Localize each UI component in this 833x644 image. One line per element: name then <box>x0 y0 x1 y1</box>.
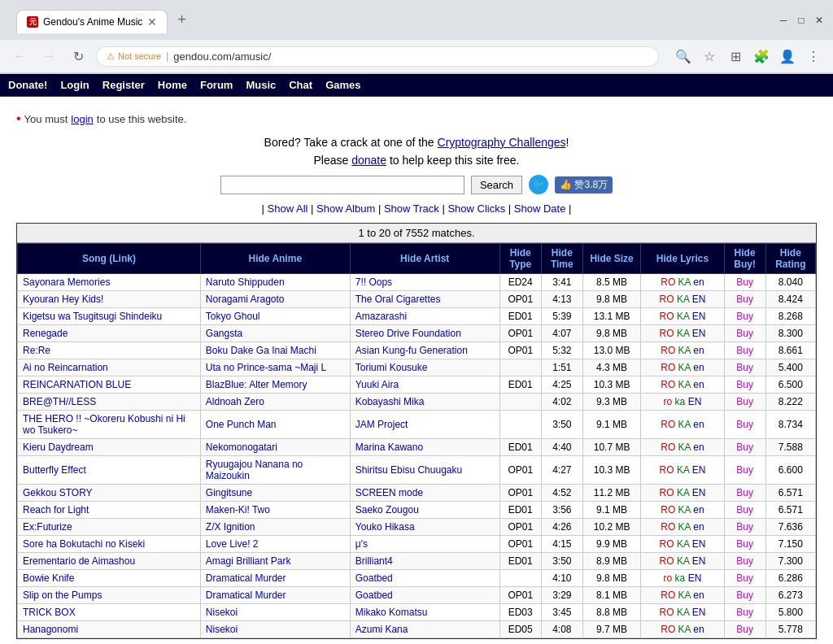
song-link[interactable]: Hanagonomi <box>23 624 78 635</box>
artist-link[interactable]: Azumi Kana <box>355 624 408 635</box>
lyric-ro-link[interactable]: RO <box>661 504 675 516</box>
artist-link[interactable]: Amazarashi <box>355 311 407 322</box>
song-link[interactable]: Butterfly Effect <box>23 464 86 476</box>
buy-link[interactable]: Buy <box>736 276 753 288</box>
lyric-ka-link[interactable]: KA <box>677 464 689 476</box>
sort-rating-link[interactable]: Hide Rating <box>775 247 805 270</box>
anime-link[interactable]: One Punch Man <box>206 419 277 430</box>
login-link[interactable]: login <box>71 113 93 125</box>
buy-link[interactable]: Buy <box>736 328 753 339</box>
anime-link[interactable]: Nisekoi <box>206 624 238 635</box>
song-link[interactable]: Slip on the Pumps <box>23 590 102 601</box>
lyric-en-link[interactable]: en <box>693 345 704 356</box>
anime-link[interactable]: Dramatical Murder <box>206 572 286 584</box>
anime-link[interactable]: Boku Dake Ga Inai Machi <box>206 345 316 356</box>
show-album-link[interactable]: Show Album <box>316 202 375 215</box>
nav-music[interactable]: Music <box>246 79 276 91</box>
anime-link[interactable]: BlazBlue: Alter Memory <box>206 379 307 390</box>
lyric-ro-link[interactable]: RO <box>660 464 674 476</box>
lyric-ro-link[interactable]: RO <box>661 379 675 390</box>
anime-link[interactable]: Gingitsune <box>206 487 252 498</box>
anime-link[interactable]: Maken-Ki! Two <box>206 504 270 516</box>
song-link[interactable]: THE HERO !! ~Okoreru Kobushi ni Hi wo Ts… <box>23 413 185 436</box>
song-link[interactable]: Ai no Reincarnation <box>23 362 108 373</box>
lyric-ro-link[interactable]: RO <box>661 521 675 533</box>
lyric-ka-link[interactable]: KA <box>677 555 689 567</box>
show-clicks-link[interactable]: Show Clicks <box>447 202 505 215</box>
lyric-en-link[interactable]: en <box>693 521 704 533</box>
sort-artist-link[interactable]: Hide Artist <box>400 253 449 264</box>
lyric-ro-link[interactable]: ro <box>664 572 673 584</box>
lyric-en-link[interactable]: EN <box>692 464 706 476</box>
nav-games[interactable]: Games <box>325 79 360 91</box>
lyric-ka-link[interactable]: KA <box>678 521 691 533</box>
lyric-ka-link[interactable]: KA <box>677 538 689 550</box>
lyric-ro-link[interactable]: RO <box>660 328 674 339</box>
nav-forum[interactable]: Forum <box>200 79 233 91</box>
menu-icon[interactable]: ⋮ <box>802 45 825 67</box>
buy-link[interactable]: Buy <box>736 311 753 322</box>
lyric-ro-link[interactable]: RO <box>660 487 674 498</box>
lyric-en-link[interactable]: en <box>693 419 704 430</box>
nav-chat[interactable]: Chat <box>289 79 312 91</box>
anime-link[interactable]: Dramatical Murder <box>206 590 286 601</box>
bookmark-icon[interactable]: ☆ <box>698 45 721 67</box>
anime-link[interactable]: Gangsta <box>206 328 242 339</box>
artist-link[interactable]: Mikako Komatsu <box>355 607 428 618</box>
lyric-en-link[interactable]: en <box>693 504 704 516</box>
anime-link[interactable]: Noragami Aragoto <box>206 294 285 305</box>
lyric-en-link[interactable]: en <box>693 624 704 635</box>
buy-link[interactable]: Buy <box>736 396 753 407</box>
artist-link[interactable]: Goatbed <box>355 590 393 601</box>
nav-home[interactable]: Home <box>158 79 187 91</box>
lyric-ka-link[interactable]: ka <box>675 396 686 407</box>
sort-song-link[interactable]: Song (Link) <box>82 253 136 264</box>
buy-link[interactable]: Buy <box>736 504 753 516</box>
buy-link[interactable]: Buy <box>736 442 753 453</box>
nav-register[interactable]: Register <box>102 79 145 91</box>
song-link[interactable]: Sayonara Memories <box>23 276 110 288</box>
forward-button[interactable]: → <box>37 45 60 67</box>
artist-link[interactable]: Goatbed <box>355 572 393 584</box>
lyric-ro-link[interactable]: RO <box>660 294 674 305</box>
song-link[interactable]: TRICK BOX <box>23 607 76 618</box>
song-link[interactable]: BRE@TH//LESS <box>23 396 96 407</box>
lyric-ro-link[interactable]: RO <box>661 419 675 430</box>
lyric-ro-link[interactable]: RO <box>660 607 674 618</box>
song-link[interactable]: Bowie Knife <box>23 572 74 584</box>
song-link[interactable]: Kieru Daydream <box>23 442 94 453</box>
donate-link[interactable]: donate <box>351 154 386 167</box>
buy-link[interactable]: Buy <box>736 345 753 356</box>
artist-link[interactable]: 7!! Oops <box>355 276 392 288</box>
buy-link[interactable]: Buy <box>736 624 753 635</box>
lyric-ka-link[interactable]: KA <box>678 379 691 390</box>
lyric-en-link[interactable]: en <box>693 442 704 453</box>
song-link[interactable]: Kigetsu wa Tsugitsugi Shindeiku <box>23 311 162 322</box>
reload-button[interactable]: ↻ <box>67 45 89 67</box>
lyric-en-link[interactable]: EN <box>692 555 706 567</box>
buy-link[interactable]: Buy <box>736 419 753 430</box>
lyric-en-link[interactable]: EN <box>692 328 706 339</box>
address-input-bar[interactable]: ⚠ Not secure | gendou.com/amusic/ <box>96 46 659 67</box>
twitter-icon[interactable]: 🐦 <box>529 175 548 194</box>
artist-link[interactable]: Kobayashi Mika <box>355 396 425 407</box>
artist-link[interactable]: Brilliant4 <box>355 555 393 567</box>
lyric-en-link[interactable]: en <box>693 362 704 373</box>
show-track-link[interactable]: Show Track <box>384 202 439 215</box>
profile-icon[interactable]: 👤 <box>776 45 799 67</box>
anime-link[interactable]: Aldnoah Zero <box>206 396 264 407</box>
tab-close-button[interactable]: ✕ <box>147 15 157 28</box>
maximize-button[interactable]: □ <box>796 15 807 26</box>
lyric-en-link[interactable]: EN <box>692 311 706 322</box>
lyric-ka-link[interactable]: ka <box>675 572 686 584</box>
lyric-en-link[interactable]: EN <box>692 538 706 550</box>
buy-link[interactable]: Buy <box>736 362 753 373</box>
sort-size-link[interactable]: Hide Size <box>590 253 633 264</box>
lyric-ro-link[interactable]: RO <box>661 362 675 373</box>
show-all-link[interactable]: Show All <box>268 202 308 215</box>
lyric-ro-link[interactable]: ro <box>664 396 673 407</box>
anime-link[interactable]: Naruto Shippuden <box>206 276 285 288</box>
lyric-en-link[interactable]: EN <box>692 487 706 498</box>
artist-link[interactable]: μ's <box>355 538 368 550</box>
buy-link[interactable]: Buy <box>736 572 753 584</box>
